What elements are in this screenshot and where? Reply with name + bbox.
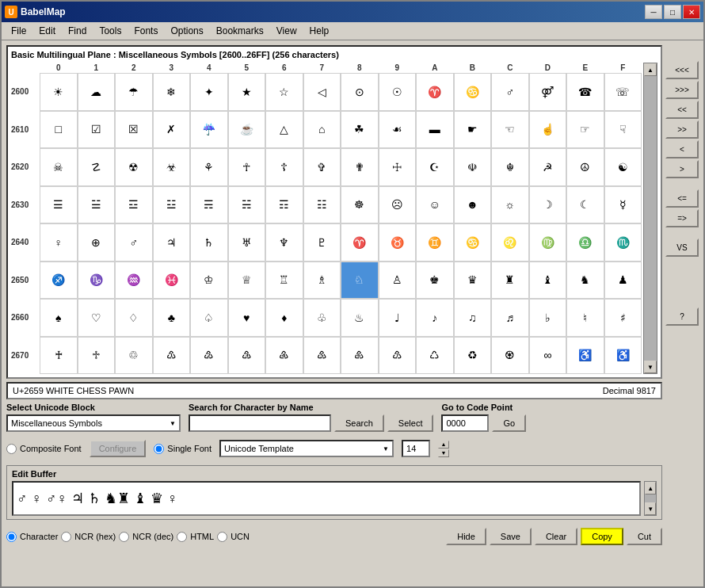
char-2614[interactable]: ☔ (190, 111, 228, 149)
char-264c[interactable]: ♌ (491, 223, 529, 262)
char-267d[interactable]: ∞ (529, 337, 567, 375)
char-2603[interactable]: ❄ (153, 73, 191, 111)
format-ncrhex-radio[interactable] (61, 532, 71, 542)
char-2657[interactable]: ♗ (303, 262, 341, 300)
char-2645[interactable]: ♅ (228, 223, 266, 262)
char-2639[interactable]: ☹ (379, 186, 417, 224)
menu-edit[interactable]: Edit (32, 24, 62, 38)
char-2651[interactable]: ♑ (78, 262, 116, 300)
char-262e[interactable]: ☮ (566, 148, 604, 186)
char-2647[interactable]: ♇ (303, 223, 341, 262)
char-2600[interactable]: ☀ (40, 73, 78, 111)
char-2637[interactable]: ☷ (303, 186, 341, 224)
char-2611[interactable]: ☑ (78, 111, 116, 149)
select-button[interactable]: Select (387, 414, 434, 432)
menu-view[interactable]: View (270, 24, 303, 38)
char-264d[interactable]: ♍ (529, 223, 567, 262)
char-2668[interactable]: ♨ (341, 299, 379, 337)
char-264a[interactable]: ♊ (416, 223, 454, 262)
char-2612[interactable]: ☒ (115, 111, 153, 149)
char-2605[interactable]: ★ (228, 73, 266, 111)
font-select[interactable]: Unicode Template ▼ (219, 440, 394, 457)
char-2618[interactable]: ☘ (341, 111, 379, 149)
buffer-scroll-track[interactable] (645, 494, 656, 502)
char-2633[interactable]: ☳ (153, 186, 191, 224)
format-ncrdec-radio[interactable] (119, 532, 129, 542)
char-2602[interactable]: ☂ (115, 73, 153, 111)
char-267e[interactable]: ♿ (566, 337, 604, 375)
char-2648[interactable]: ♈ (341, 223, 379, 262)
goto-input[interactable] (441, 414, 489, 432)
char-263a[interactable]: ☺ (416, 186, 454, 224)
menu-tools[interactable]: Tools (93, 24, 128, 38)
char-2632[interactable]: ☲ (115, 186, 153, 224)
char-267b[interactable]: ♻ (454, 337, 492, 375)
char-266c[interactable]: ♬ (491, 299, 529, 337)
char-267c[interactable]: ♼ (491, 337, 529, 375)
char-262b[interactable]: ☫ (454, 148, 492, 186)
scroll-up-btn[interactable]: ▲ (644, 63, 657, 76)
single-font-radio[interactable] (154, 444, 164, 454)
char-2638[interactable]: ☸ (341, 186, 379, 224)
char-263f[interactable]: ☿ (604, 186, 642, 224)
char-2640[interactable]: ♀ (40, 223, 78, 262)
search-input[interactable] (189, 414, 331, 432)
char-scrollbar[interactable]: ▲ ▼ (643, 63, 657, 374)
char-2628[interactable]: ✟ (341, 148, 379, 186)
char-266e[interactable]: ♮ (566, 299, 604, 337)
char-265b[interactable]: ♛ (454, 262, 492, 300)
char-2649[interactable]: ♉ (379, 223, 417, 262)
char-261e[interactable]: ☞ (566, 111, 604, 149)
char-2673[interactable]: ♳ (153, 337, 191, 375)
nav-next-block-btn[interactable]: >> (665, 120, 699, 139)
menu-bookmarks[interactable]: Bookmarks (210, 24, 270, 38)
char-2641[interactable]: ⊕ (78, 223, 116, 262)
nav-prev-block-btn[interactable]: << (665, 101, 699, 119)
char-263c[interactable]: ☼ (491, 186, 529, 224)
char-265a[interactable]: ♚ (416, 262, 454, 300)
char-2623[interactable]: ☣ (153, 148, 191, 186)
char-2654[interactable]: ♔ (190, 262, 228, 300)
buffer-scroll-up[interactable]: ▲ (645, 482, 656, 494)
char-2665[interactable]: ♥ (228, 299, 266, 337)
char-260c[interactable]: ♂ (491, 73, 529, 111)
char-2613[interactable]: ✗ (153, 111, 191, 149)
font-size-spinner[interactable]: ▲ ▼ (438, 441, 449, 457)
char-2627[interactable]: ✞ (303, 148, 341, 186)
char-264b[interactable]: ♋ (454, 223, 492, 262)
char-2674[interactable]: ♴ (190, 337, 228, 375)
buffer-scroll-down[interactable]: ▼ (645, 502, 656, 515)
font-size-input[interactable] (402, 440, 430, 457)
char-261c[interactable]: ☜ (491, 111, 529, 149)
char-2622[interactable]: ☢ (115, 148, 153, 186)
char-2666[interactable]: ♦ (265, 299, 303, 337)
nav-next-page-btn[interactable]: > (665, 160, 699, 178)
char-2667[interactable]: ♧ (303, 299, 341, 337)
char-2629[interactable]: ☩ (379, 148, 417, 186)
char-2615[interactable]: ☕ (228, 111, 266, 149)
char-264f[interactable]: ♏ (604, 223, 642, 262)
char-2634[interactable]: ☴ (190, 186, 228, 224)
char-262a[interactable]: ☪ (416, 148, 454, 186)
char-267f[interactable]: ♿ (604, 337, 642, 375)
char-2601[interactable]: ☁ (78, 73, 116, 111)
char-260a[interactable]: ♈ (416, 73, 454, 111)
scroll-down-btn[interactable]: ▼ (644, 361, 657, 373)
char-2617[interactable]: ⌂ (303, 111, 341, 149)
char-261d[interactable]: ☝ (529, 111, 567, 149)
char-2676[interactable]: ♶ (265, 337, 303, 375)
char-2658[interactable]: ♘ (341, 262, 379, 300)
nav-first-btn[interactable]: <<< (665, 61, 699, 79)
char-2659[interactable]: ♙ (379, 262, 417, 300)
char-2672[interactable]: ♲ (115, 337, 153, 375)
char-2669[interactable]: ♩ (379, 299, 417, 337)
font-size-up-icon[interactable]: ▲ (438, 441, 449, 449)
char-2620[interactable]: ☠ (40, 148, 78, 186)
char-2661[interactable]: ♡ (78, 299, 116, 337)
char-266a[interactable]: ♪ (416, 299, 454, 337)
char-265e[interactable]: ♞ (566, 262, 604, 300)
format-character-radio[interactable] (6, 532, 17, 542)
char-2653[interactable]: ♓ (153, 262, 191, 300)
char-2675[interactable]: ♵ (228, 337, 266, 375)
maximize-button[interactable]: □ (664, 5, 681, 19)
